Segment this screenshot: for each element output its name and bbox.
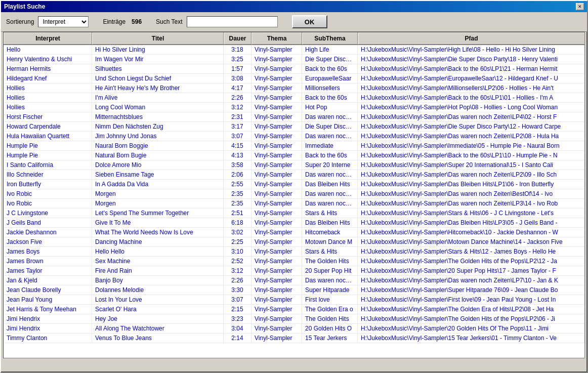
table-cell-dauer: 3:10 bbox=[224, 247, 251, 256]
table-cell-subthema: Immediate bbox=[302, 141, 358, 150]
table-row[interactable]: Jackson FiveDancing Machine2:25Vinyl-Sam… bbox=[4, 237, 584, 247]
th-titel[interactable]: Titel bbox=[92, 32, 224, 45]
table-cell-dauer: 2:55 bbox=[224, 180, 251, 189]
table-row[interactable]: Ivo RobicMorgen2:35Vinyl-SamplerDas ware… bbox=[4, 199, 584, 209]
table-cell-thema: Vinyl-Sampler bbox=[251, 334, 302, 343]
table-cell-subthema: The Golden Hits bbox=[302, 257, 358, 266]
table-row[interactable]: Timmy ClantonVenus To Blue Jeans2:14Viny… bbox=[4, 334, 584, 343]
table-cell-dauer: 2:35 bbox=[224, 189, 251, 198]
table-row[interactable]: J C LivingstoneLet's Spend The Summer To… bbox=[4, 209, 584, 218]
table-cell-thema: Vinyl-Sampler bbox=[251, 218, 302, 227]
table-cell-thema: Vinyl-Sampler bbox=[251, 141, 302, 150]
table-row[interactable]: Herman HermitsSilhuettes1:57Vinyl-Sample… bbox=[4, 64, 584, 74]
table-cell-subthema: First love bbox=[302, 295, 358, 304]
table-cell-thema: Vinyl-Sampler bbox=[251, 160, 302, 170]
table-cell-subthema: Stars & Hits bbox=[302, 247, 358, 256]
table-cell-pfad: H:\JukeboxMusic\Vinyl-Sampler\15 Tear Je… bbox=[358, 334, 584, 343]
sortierung-select[interactable]: Interpret bbox=[38, 16, 89, 27]
table-row[interactable]: HelloHi Ho Silver Lining3:18Vinyl-Sample… bbox=[4, 45, 584, 55]
table-row[interactable]: Illo SchneiderSieben Einsame Tage2:06Vin… bbox=[4, 170, 584, 180]
table-cell-interpret: Hildegard Knef bbox=[4, 74, 92, 83]
close-button[interactable]: ✕ bbox=[576, 3, 584, 10]
table-row[interactable]: Jean Claude BorellyDolannes Melodie3:30V… bbox=[4, 285, 584, 295]
table-row[interactable]: James BrownSex Machine2:52Vinyl-SamplerT… bbox=[4, 257, 584, 266]
table-row[interactable]: J Geils BandGive It To Me6:18Vinyl-Sampl… bbox=[4, 218, 584, 228]
table-cell-subthema: High Life bbox=[302, 45, 358, 54]
table-cell-titel: Im Wagen Vor Mir bbox=[92, 55, 224, 64]
table-row[interactable]: I Santo CaliforniaDolce Amore Mio3:58Vin… bbox=[4, 160, 584, 170]
table-row[interactable]: James BoysHello Hello3:10Vinyl-SamplerSt… bbox=[4, 247, 584, 257]
table-cell-titel: Dolce Amore Mio bbox=[92, 160, 224, 170]
table-cell-subthema: Das waren noch Z bbox=[302, 189, 358, 198]
table-row[interactable]: Horst FischerMitternachtsblues2:31Vinyl-… bbox=[4, 112, 584, 122]
th-thema[interactable]: Thema bbox=[251, 32, 302, 45]
table-cell-interpret: Iron Butterfly bbox=[4, 180, 92, 189]
table-cell-titel: Fire And Rain bbox=[92, 266, 224, 275]
table-cell-interpret: J C Livingstone bbox=[4, 209, 92, 218]
table-row[interactable]: Howard CarpendaleNimm Den Nächsten Zug3:… bbox=[4, 122, 584, 132]
table-row[interactable]: HolliesHe Ain't Heavy He's My Brother4:1… bbox=[4, 84, 584, 93]
th-pfad[interactable]: Pfad bbox=[358, 32, 584, 45]
table-row[interactable]: Jackie DeshannonWhat The World Needs Now… bbox=[4, 228, 584, 237]
table-cell-titel: Hey Joe bbox=[92, 314, 224, 323]
table-container: Interpret Titel Dauer Thema SubThema Pfa… bbox=[3, 32, 585, 358]
table-cell-interpret: Jimi Hendrix bbox=[4, 314, 92, 323]
table-row[interactable]: HolliesI'm Alive2:26Vinyl-SamplerBack to… bbox=[4, 93, 584, 103]
table-cell-dauer: 3:02 bbox=[224, 228, 251, 237]
th-interpret[interactable]: Interpret bbox=[4, 32, 92, 45]
table-cell-titel: Give It To Me bbox=[92, 218, 224, 227]
table-cell-interpret: Ivo Robic bbox=[4, 199, 92, 208]
table-row[interactable]: Jet Harris & Tony MeehanScarlet O' Hara2… bbox=[4, 305, 584, 314]
table-cell-thema: Vinyl-Sampler bbox=[251, 74, 302, 83]
table-cell-thema: Vinyl-Sampler bbox=[251, 276, 302, 285]
table-cell-thema: Vinyl-Sampler bbox=[251, 112, 302, 121]
th-subthema[interactable]: SubThema bbox=[302, 32, 358, 45]
table-cell-dauer: 2:51 bbox=[224, 209, 251, 218]
table-row[interactable]: Jean Paul YoungLost In Your Love3:07Viny… bbox=[4, 295, 584, 305]
table-cell-thema: Vinyl-Sampler bbox=[251, 209, 302, 218]
table-row[interactable]: Iron ButterflyIn A Gadda Da Vida2:55Viny… bbox=[4, 180, 584, 189]
table-cell-pfad: H:\JukeboxMusic\Vinyl-Sampler\Stars & Hi… bbox=[358, 209, 584, 218]
title-bar-buttons: ✕ bbox=[576, 3, 584, 10]
table-row[interactable]: Henry Valentino & UschiIm Wagen Vor Mir3… bbox=[4, 55, 584, 64]
sortierung-label: Sortierung bbox=[6, 18, 34, 25]
table-cell-subthema: Motown Dance M bbox=[302, 237, 358, 246]
table-row[interactable]: HolliesLong Cool Woman3:12Vinyl-SamplerH… bbox=[4, 103, 584, 112]
table-cell-interpret: Illo Schneider bbox=[4, 170, 92, 179]
table-cell-dauer: 4:13 bbox=[224, 151, 251, 160]
ok-button[interactable]: OK bbox=[292, 15, 327, 28]
table-cell-interpret: Jean Paul Young bbox=[4, 295, 92, 304]
table-cell-titel: Naural Born Boggie bbox=[92, 141, 224, 150]
table-cell-dauer: 3:04 bbox=[224, 324, 251, 333]
table-cell-titel: Long Cool Woman bbox=[92, 103, 224, 112]
table-row[interactable]: Humple PieNaural Born Boggie4:15Vinyl-Sa… bbox=[4, 141, 584, 151]
table-row[interactable]: Humple PieNatural Born Bugie4:13Vinyl-Sa… bbox=[4, 151, 584, 160]
table-cell-dauer: 6:18 bbox=[224, 218, 251, 227]
table-row[interactable]: Hula Hawaiian QuartettJim Johnny Und Jon… bbox=[4, 132, 584, 141]
table-cell-titel: Sieben Einsame Tage bbox=[92, 170, 224, 179]
table-cell-thema: Vinyl-Sampler bbox=[251, 324, 302, 333]
th-dauer[interactable]: Dauer bbox=[224, 32, 251, 45]
table-cell-thema: Vinyl-Sampler bbox=[251, 132, 302, 141]
table-cell-interpret: Hollies bbox=[4, 93, 92, 102]
table-cell-thema: Vinyl-Sampler bbox=[251, 180, 302, 189]
table-row[interactable]: Hildegard KnefUnd Schon Liegst Du Schief… bbox=[4, 74, 584, 84]
table-cell-interpret: Hula Hawaiian Quartett bbox=[4, 132, 92, 141]
table-cell-interpret: Hollies bbox=[4, 84, 92, 93]
table-cell-titel: Hi Ho Silver Lining bbox=[92, 45, 224, 54]
table-cell-subthema: Das waren noch Z bbox=[302, 132, 358, 141]
table-cell-dauer: 3:08 bbox=[224, 74, 251, 83]
table-cell-titel: Venus To Blue Jeans bbox=[92, 334, 224, 343]
table-cell-interpret: Horst Fischer bbox=[4, 112, 92, 121]
table-cell-titel: Mitternachtsblues bbox=[92, 112, 224, 121]
table-row[interactable]: James TaylorFire And Rain3:12Vinyl-Sampl… bbox=[4, 266, 584, 276]
table-row[interactable]: Jimi HendrixAll Along The Watchtower3:04… bbox=[4, 324, 584, 334]
table-cell-thema: Vinyl-Sampler bbox=[251, 64, 302, 73]
table-row[interactable]: Jan & KjeldBanjo Boy2:26Vinyl-SamplerDas… bbox=[4, 276, 584, 285]
search-input[interactable] bbox=[187, 16, 278, 27]
table-cell-interpret: Herman Hermits bbox=[4, 64, 92, 73]
table-row[interactable]: Ivo RobicMorgen2:35Vinyl-SamplerDas ware… bbox=[4, 189, 584, 199]
table-row[interactable]: Jimi HendrixHey Joe3:23Vinyl-SamplerThe … bbox=[4, 314, 584, 324]
eintraege-value: 596 bbox=[132, 18, 142, 25]
table-cell-titel: Scarlet O' Hara bbox=[92, 305, 224, 314]
